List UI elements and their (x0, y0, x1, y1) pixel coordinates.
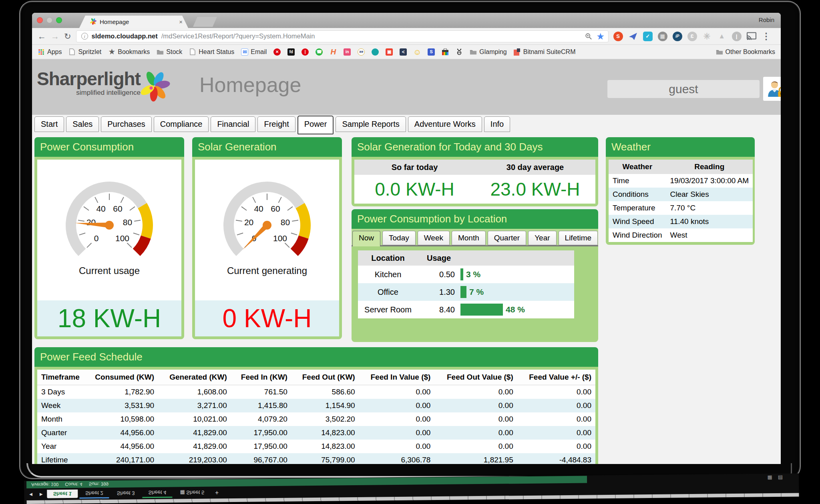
bookmark-fd-icon[interactable]: fd (287, 48, 295, 56)
forward-icon[interactable]: → (51, 32, 59, 40)
user-field[interactable]: guest (607, 80, 760, 98)
new-tab-button[interactable] (193, 17, 217, 27)
info-icon[interactable] (81, 33, 88, 40)
close-tab-icon[interactable]: × (179, 18, 183, 25)
nav-tab-power[interactable]: Power (297, 116, 334, 134)
back-icon[interactable]: ← (38, 32, 46, 40)
bookmark-xe-icon[interactable]: xe (358, 48, 365, 56)
photo-ext-icon[interactable]: ▦ (658, 32, 667, 41)
location-tab-quarter[interactable]: Quarter (488, 231, 526, 245)
bookmark-glamping[interactable]: Glamping (470, 48, 506, 56)
paper-plane-ext-icon[interactable] (628, 32, 638, 41)
nav-tab-info[interactable]: Info (484, 116, 510, 132)
fd-icon: fd (287, 48, 295, 56)
svg-text:40: 40 (96, 204, 105, 213)
logo-text: Sharperlight (37, 68, 141, 89)
power-ext-icon[interactable]: | (732, 32, 742, 41)
check-ext-icon[interactable]: ✓ (643, 32, 653, 41)
nav-tab-sample-reports[interactable]: Sample Reports (336, 116, 406, 132)
bookmark-hootsuite-h-icon[interactable]: H (330, 48, 337, 56)
sheet-tab-sheet-4: Sheet 4 (143, 488, 173, 498)
nav-tab-sales[interactable]: Sales (66, 116, 99, 132)
bookmark-hsbc-icon[interactable]: ✕ (273, 48, 281, 56)
fullscreen-window-button[interactable] (56, 17, 62, 23)
panel-title: Power Feed Schedule (34, 347, 598, 367)
column-header: So far today (354, 163, 475, 172)
usage-percent: 7 % (469, 287, 484, 297)
feed-row-quarter: Quarter44,956.0041,829.0017,950.0014,823… (37, 426, 595, 440)
location-tab-today[interactable]: Today (382, 231, 416, 245)
usage-bar (460, 304, 503, 316)
nav-tab-freight[interactable]: Freight (257, 116, 295, 132)
close-window-button[interactable] (37, 17, 43, 23)
location-row-kitchen: Kitchen 0.50 3 % (358, 266, 574, 283)
feed-cell: 3,271.00 (158, 399, 231, 412)
feed-column-feed-value: Feed Value +/- ($) (517, 370, 595, 385)
feed-cell: 0.00 (359, 399, 435, 412)
sheet-tab-sheet-2: Sheet 2 (79, 488, 109, 498)
address-bar[interactable]: sldemo.cloudapp.net/mdService1Rest/Repor… (76, 30, 609, 42)
bookmark-flipboard-icon[interactable]: ▣ (386, 48, 393, 56)
svg-text:60: 60 (113, 204, 122, 213)
bookmark-s-blue-icon[interactable]: S (428, 48, 435, 56)
bookmark-teal-dot-icon[interactable] (372, 48, 379, 56)
feed-cell: 14,823.00 (291, 440, 359, 453)
ip-ext-icon[interactable]: iP (673, 32, 682, 41)
feed-cell: 0.00 (359, 412, 435, 426)
bookmark-bookmarks[interactable]: ★Bookmarks (108, 48, 150, 56)
weather-row-wind-direction: Wind DirectionWest (609, 228, 753, 242)
feed-cell: 6,306.78 (359, 453, 435, 464)
nav-tab-start[interactable]: Start (34, 116, 64, 132)
bookmark-smiley-icon[interactable]: ☺ (414, 48, 421, 56)
user-avatar-lock-icon[interactable] (763, 77, 781, 101)
browser-profile-name[interactable]: Robin (759, 16, 774, 23)
minimize-window-button[interactable] (46, 17, 52, 23)
svg-text:100: 100 (115, 234, 129, 243)
bookmark-shopping-bag-icon[interactable] (442, 48, 449, 56)
nav-tab-purchases[interactable]: Purchases (101, 116, 152, 132)
menu-dots-icon[interactable]: ⋮ (762, 32, 771, 41)
feed-cell: 41,829.00 (158, 426, 231, 440)
location-tab-lifetime[interactable]: Lifetime (559, 231, 598, 245)
bookmark-star-icon[interactable]: ★ (597, 33, 604, 40)
bookmark-stock[interactable]: Stock (157, 48, 182, 56)
bookmark-email[interactable]: ✉Email (241, 48, 267, 56)
bookmark-apps[interactable]: Apps (38, 48, 62, 56)
nav-tab-compliance[interactable]: Compliance (154, 116, 209, 132)
cast-ext-icon[interactable] (747, 32, 756, 41)
bookmark-spritzlet[interactable]: Spritzlet (68, 48, 101, 56)
bookmark-in-icon[interactable]: in (344, 48, 351, 56)
other-bookmarks-button[interactable]: Other Bookmarks (716, 48, 775, 56)
sheet-tab-sheet-1: Sheet 1 (47, 490, 78, 498)
bookmark-bitnami-suitecrm[interactable]: Bitnami SuiteCRM (514, 48, 576, 56)
nav-tab-adventure-works[interactable]: Adventure Works (408, 116, 482, 132)
feed-cell: 0.00 (434, 440, 517, 453)
location-tab-year[interactable]: Year (528, 231, 556, 245)
usage-bar (460, 286, 466, 298)
bookmark-chevron-left-icon[interactable]: < (400, 48, 407, 56)
reload-icon[interactable]: ↻ (64, 32, 71, 40)
location-tab-week[interactable]: Week (418, 231, 450, 245)
e-ext-icon[interactable]: Ɛ (687, 32, 697, 41)
feed-cell: 761.50 (231, 385, 291, 399)
solar-generation-panel: Solar Generation 020406080100 Current ge… (192, 137, 342, 339)
weather-reading: 7.70 °C (666, 201, 753, 215)
power-by-location-panel: Power Consumption by Location NowTodayWe… (352, 209, 598, 342)
usage-percent: 3 % (466, 270, 480, 279)
weather-reading: 19/03/2017 3:00:00 AM (666, 174, 753, 188)
triangle-ext-icon[interactable]: ▲ (717, 32, 727, 41)
bookmark-whatsapp-icon[interactable]: ☎ (316, 48, 323, 56)
page-title: Homepage (199, 73, 301, 97)
bookmark-bee-icon[interactable] (456, 48, 463, 56)
swirl-ext-icon[interactable]: S (613, 32, 623, 41)
location-tab-month[interactable]: Month (452, 231, 486, 245)
panel-title: Solar Generation for Today and 30 Days (352, 137, 598, 157)
flower-ext-icon[interactable]: ✳ (702, 32, 712, 41)
zoom-icon[interactable] (585, 33, 592, 40)
nav-tab-financial[interactable]: Financial (211, 116, 255, 132)
browser-tab-homepage[interactable]: Homepage × (79, 16, 188, 28)
bookmark-heart-status[interactable]: Heart Status (189, 48, 234, 56)
location-tab-now[interactable]: Now (352, 231, 380, 246)
bookmark-label: Apps (47, 48, 62, 56)
bookmark-power-red-icon[interactable]: | (301, 48, 309, 56)
